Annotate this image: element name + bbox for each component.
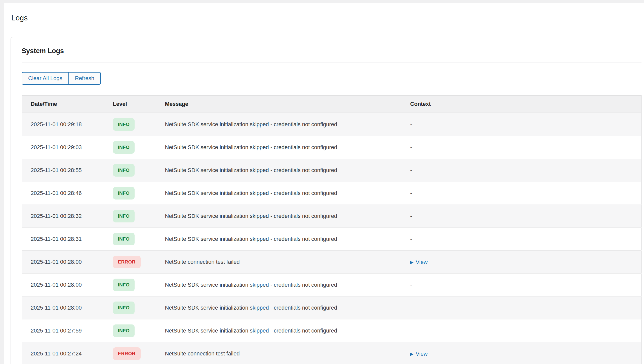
level-badge: INFO	[113, 141, 135, 154]
log-datetime-cell: 2025-11-01 00:29:18	[22, 113, 104, 136]
level-badge: ERROR	[113, 256, 141, 268]
view-link-label: View	[416, 351, 428, 357]
level-badge: INFO	[113, 233, 135, 245]
system-logs-card: System Logs Clear All Logs Refresh Date/…	[11, 37, 644, 364]
log-message-cell: NetSuite connection test failed	[156, 251, 401, 274]
log-message-cell: NetSuite SDK service initialization skip…	[156, 274, 401, 296]
log-datetime-cell: 2025-11-01 00:27:59	[22, 319, 104, 342]
level-badge: ERROR	[113, 347, 141, 360]
col-header-datetime: Date/Time	[22, 95, 104, 113]
level-badge: INFO	[113, 118, 135, 131]
log-context-cell: -	[401, 205, 641, 228]
divider	[22, 62, 641, 62]
log-message-cell: NetSuite SDK service initialization skip…	[156, 182, 401, 205]
log-level-cell: INFO	[104, 113, 156, 136]
log-level-cell: INFO	[104, 296, 156, 319]
log-datetime-cell: 2025-11-01 00:28:00	[22, 274, 104, 296]
log-datetime-cell: 2025-11-01 00:28:46	[22, 182, 104, 205]
level-badge: INFO	[113, 324, 135, 337]
log-context-cell: -	[401, 113, 641, 136]
context-empty: -	[410, 144, 412, 150]
log-message-cell: NetSuite SDK service initialization skip…	[156, 113, 401, 136]
log-context-cell: -	[401, 228, 641, 251]
log-row: 2025-11-01 00:28:46 INFO NetSuite SDK se…	[22, 182, 641, 205]
log-message-cell: NetSuite connection test failed	[156, 342, 401, 364]
log-row: 2025-11-01 00:28:00 INFO NetSuite SDK se…	[22, 274, 641, 296]
log-row: 2025-11-01 00:27:24 ERROR NetSuite conne…	[22, 342, 641, 364]
log-level-cell: INFO	[104, 319, 156, 342]
level-badge: INFO	[113, 164, 135, 177]
log-level-cell: INFO	[104, 159, 156, 182]
log-level-cell: INFO	[104, 205, 156, 228]
context-empty: -	[410, 327, 412, 334]
clear-all-logs-button[interactable]: Clear All Logs	[22, 72, 69, 85]
expand-triangle-icon: ▶	[410, 260, 414, 264]
view-link-label: View	[416, 259, 428, 266]
log-level-cell: INFO	[104, 136, 156, 159]
context-view-toggle[interactable]: ▶View	[410, 259, 428, 266]
log-datetime-cell: 2025-11-01 00:28:00	[22, 251, 104, 274]
log-row: 2025-11-01 00:29:18 INFO NetSuite SDK se…	[22, 113, 641, 136]
log-row: 2025-11-01 00:28:55 INFO NetSuite SDK se…	[22, 159, 641, 182]
level-badge: INFO	[113, 210, 135, 222]
col-header-context: Context	[401, 95, 641, 113]
log-context-cell: -	[401, 182, 641, 205]
level-badge: INFO	[113, 302, 135, 314]
log-message-cell: NetSuite SDK service initialization skip…	[156, 228, 401, 251]
page-title: Logs	[4, 3, 644, 22]
col-header-level: Level	[104, 95, 156, 113]
log-message-cell: NetSuite SDK service initialization skip…	[156, 205, 401, 228]
expand-triangle-icon: ▶	[410, 352, 414, 356]
log-context-cell: ▶View	[401, 342, 641, 364]
log-row: 2025-11-01 00:28:00 INFO NetSuite SDK se…	[22, 296, 641, 319]
log-datetime-cell: 2025-11-01 00:28:55	[22, 159, 104, 182]
log-datetime-cell: 2025-11-01 00:28:00	[22, 296, 104, 319]
content-area: Logs System Logs Clear All Logs Refresh …	[4, 3, 644, 364]
log-message-cell: NetSuite SDK service initialization skip…	[156, 136, 401, 159]
log-row: 2025-11-01 00:28:00 ERROR NetSuite conne…	[22, 251, 641, 274]
log-context-cell: -	[401, 319, 641, 342]
log-datetime-cell: 2025-11-01 00:28:31	[22, 228, 104, 251]
log-row: 2025-11-01 00:28:31 INFO NetSuite SDK se…	[22, 228, 641, 251]
log-level-cell: INFO	[104, 182, 156, 205]
log-datetime-cell: 2025-11-01 00:29:03	[22, 136, 104, 159]
context-view-toggle[interactable]: ▶View	[410, 351, 428, 357]
log-datetime-cell: 2025-11-01 00:28:32	[22, 205, 104, 228]
log-context-cell: ▶View	[401, 251, 641, 274]
level-badge: INFO	[113, 279, 135, 291]
refresh-button[interactable]: Refresh	[68, 72, 101, 85]
context-empty: -	[410, 305, 412, 311]
log-context-cell: -	[401, 136, 641, 159]
log-message-cell: NetSuite SDK service initialization skip…	[156, 159, 401, 182]
context-empty: -	[410, 190, 412, 196]
context-empty: -	[410, 236, 412, 242]
context-empty: -	[410, 167, 412, 173]
log-row: 2025-11-01 00:27:59 INFO NetSuite SDK se…	[22, 319, 641, 342]
col-header-message: Message	[156, 95, 401, 113]
log-level-cell: INFO	[104, 228, 156, 251]
log-level-cell: ERROR	[104, 342, 156, 364]
context-empty: -	[410, 121, 412, 127]
context-empty: -	[410, 213, 412, 219]
log-datetime-cell: 2025-11-01 00:27:24	[22, 342, 104, 364]
logs-table: Date/Time Level Message Context 2025-11-…	[22, 95, 641, 364]
logs-table-body: 2025-11-01 00:29:18 INFO NetSuite SDK se…	[22, 113, 641, 364]
card-title: System Logs	[22, 47, 641, 55]
log-row: 2025-11-01 00:29:03 INFO NetSuite SDK se…	[22, 136, 641, 159]
log-level-cell: INFO	[104, 274, 156, 296]
log-message-cell: NetSuite SDK service initialization skip…	[156, 296, 401, 319]
log-actions: Clear All Logs Refresh	[22, 72, 101, 85]
level-badge: INFO	[113, 187, 135, 200]
log-message-cell: NetSuite SDK service initialization skip…	[156, 319, 401, 342]
log-level-cell: ERROR	[104, 251, 156, 274]
context-empty: -	[410, 282, 412, 288]
log-row: 2025-11-01 00:28:32 INFO NetSuite SDK se…	[22, 205, 641, 228]
logs-table-header: Date/Time Level Message Context	[22, 95, 641, 113]
log-context-cell: -	[401, 159, 641, 182]
log-context-cell: -	[401, 296, 641, 319]
log-context-cell: -	[401, 274, 641, 296]
